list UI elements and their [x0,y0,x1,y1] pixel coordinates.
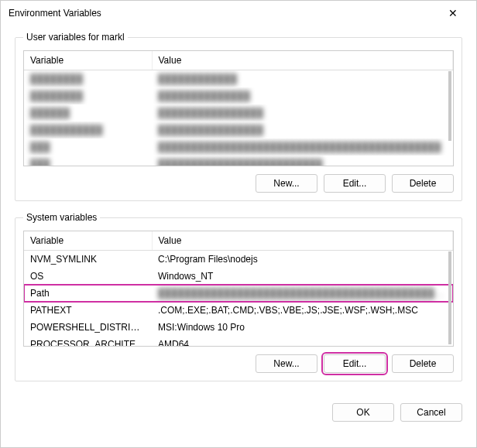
ok-button[interactable]: OK [332,403,394,422]
var-value-cell: AMD64 [152,336,453,347]
var-value-cell: ████████████████████████████████████████… [152,285,453,302]
var-name-cell: NVM_SYMLINK [24,251,152,268]
var-value-cell: C:\Program Files\nodejs [152,251,453,268]
var-name-cell: PROCESSOR_ARCHITECTURE [24,336,152,347]
user-vars-table[interactable]: Variable Value █████████████████████████… [24,51,453,166]
system-col-value[interactable]: Value [152,231,453,251]
system-new-button[interactable]: New... [256,354,317,373]
user-edit-button[interactable]: Edit... [324,174,386,193]
system-vars-legend: System variables [23,212,100,223]
cancel-button[interactable]: Cancel [400,403,462,422]
var-name-cell: ███ [24,156,152,166]
var-value-cell: ████████████ [152,70,453,88]
system-scrollbar[interactable] [448,251,451,344]
var-name-cell: POWERSHELL_DISTRIBUTIO... [24,319,152,336]
table-row[interactable]: ████████████████████ [24,70,453,88]
close-icon[interactable]: ✕ [438,7,468,19]
table-row[interactable]: NVM_SYMLINKC:\Program Files\nodejs [24,251,453,268]
user-delete-button[interactable]: Delete [392,174,454,193]
user-new-button[interactable]: New... [256,174,317,193]
var-value-cell: ████████████████ [152,121,453,139]
table-row[interactable]: ████████████████████████████ [24,156,453,166]
table-row[interactable]: ██████████████████████ [24,87,453,104]
user-col-value[interactable]: Value [152,51,453,70]
table-row[interactable]: OSWindows_NT [24,268,453,285]
system-edit-button[interactable]: Edit... [324,354,386,373]
system-col-variable[interactable]: Variable [24,231,152,251]
var-name-cell: Path [24,285,152,302]
var-name-cell: ███████████ [24,121,152,139]
system-vars-table-wrap: Variable Value NVM_SYMLINKC:\Program Fil… [23,231,454,347]
var-name-cell: PATHEXT [24,302,152,319]
var-name-cell: ██████ [24,104,152,121]
var-value-cell: ██████████████ [152,87,453,104]
table-row[interactable]: Path████████████████████████████████████… [24,285,453,302]
user-variables-group: User variables for markl Variable Value … [15,32,462,201]
window-title: Environment Variables [9,8,438,19]
system-vars-table[interactable]: Variable Value NVM_SYMLINKC:\Program Fil… [24,231,453,347]
user-col-variable[interactable]: Variable [24,51,152,70]
var-name-cell: ███ [24,139,152,156]
var-value-cell: ████████████████████████████████████████… [152,139,453,156]
var-value-cell: MSI:Windows 10 Pro [152,319,453,336]
var-value-cell: .COM;.EXE;.BAT;.CMD;.VBS;.VBE;.JS;.JSE;.… [152,302,453,319]
var-value-cell: Windows_NT [152,268,453,285]
system-delete-button[interactable]: Delete [392,354,454,373]
table-row[interactable]: POWERSHELL_DISTRIBUTIO...MSI:Windows 10 … [24,319,453,336]
table-row[interactable]: PATHEXT.COM;.EXE;.BAT;.CMD;.VBS;.VBE;.JS… [24,302,453,319]
table-row[interactable]: ██████████████████████ [24,104,453,121]
table-row[interactable]: PROCESSOR_ARCHITECTUREAMD64 [24,336,453,347]
table-row[interactable]: ████████████████████████████████████████… [24,139,453,156]
var-value-cell: █████████████████████████ [152,156,453,166]
var-value-cell: ████████████████ [152,104,453,121]
system-variables-group: System variables Variable Value NVM_SYML… [15,212,462,381]
var-name-cell: OS [24,268,152,285]
user-vars-table-wrap: Variable Value █████████████████████████… [23,50,454,166]
user-scrollbar[interactable] [448,71,451,141]
user-vars-legend: User variables for markl [23,32,128,43]
var-name-cell: ████████ [24,87,152,104]
table-row[interactable]: ███████████████████████████ [24,121,453,139]
var-name-cell: ████████ [24,70,152,88]
